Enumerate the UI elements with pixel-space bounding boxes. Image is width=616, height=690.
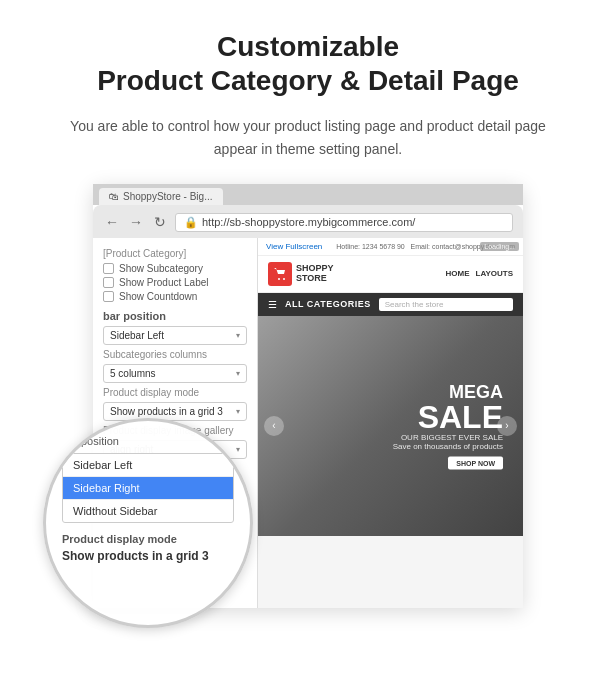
store-preview: View Fullscreen Hotline: 1234 5678 90 Em… (258, 238, 523, 608)
show-product-label-label: Show Product Label (119, 277, 209, 288)
categories-label[interactable]: ALL CATEGORIES (285, 299, 371, 309)
browser-mockup: 🛍 ShoppyStore - Big... ← → ↻ 🔒 http://sb… (93, 184, 523, 608)
circle-option-sidebar-left[interactable]: Sidebar Left (63, 454, 233, 477)
browser-tab-bar: 🛍 ShoppyStore - Big... (93, 184, 523, 205)
product-display-mode-dropdown[interactable]: Show products in a grid 3 ▾ (103, 402, 247, 421)
show-countdown-checkbox[interactable] (103, 291, 114, 302)
zoom-circle-overlay: bar position Sidebar Left Sidebar Right … (43, 418, 253, 628)
title-section: Customizable Product Category & Detail P… (40, 30, 576, 97)
search-placeholder: Search the store (385, 300, 444, 309)
nav-layouts[interactable]: LAYOUTS (476, 269, 514, 278)
subcategories-columns-dropdown[interactable]: 5 columns ▾ (103, 364, 247, 383)
sidebar-position-dropdown[interactable]: Sidebar Left ▾ (103, 326, 247, 345)
subcategories-columns-label: Subcategories columns (103, 349, 247, 360)
circle-option-sidebar-right[interactable]: Sidebar Right (63, 477, 233, 500)
show-product-label-row: Show Product Label (103, 277, 247, 288)
svg-point-1 (283, 278, 285, 280)
show-countdown-label: Show Countdown (119, 291, 197, 302)
cart-icon (273, 267, 287, 281)
show-subcategory-label: Show Subcategory (119, 263, 203, 274)
store-logo: SHOPPY STORE (268, 262, 334, 286)
hero-tagline: OUR BIGGEST EVER SALE (393, 432, 503, 441)
tab-label: ShoppyStore - Big... (123, 191, 213, 202)
tab-favicon: 🛍 (109, 191, 119, 202)
hero-overlay: MEGA SALE OUR BIGGEST EVER SALE Save on … (393, 382, 503, 469)
hotline-value: 1234 5678 90 (362, 243, 405, 250)
dropdown-arrow-icon-4: ▾ (236, 445, 240, 454)
subtitle-text: You are able to control how your product… (40, 115, 576, 160)
store-top-bar: View Fullscreen Hotline: 1234 5678 90 Em… (258, 238, 523, 256)
product-display-mode-value: Show products in a grid 3 (110, 406, 223, 417)
show-subcategory-row: Show Subcategory (103, 263, 247, 274)
menu-icon: ☰ (268, 299, 277, 310)
browser-content: [Product Category] Show Subcategory Show… (93, 238, 523, 608)
subcategories-columns-value: 5 columns (110, 368, 156, 379)
store-navigation: HOME LAYOUTS (446, 269, 514, 278)
hotline-label: Hotline: (336, 243, 362, 250)
hero-cta-button[interactable]: SHOP NOW (448, 456, 503, 469)
dropdown-arrow-icon-2: ▾ (236, 369, 240, 378)
dropdown-arrow-icon-3: ▾ (236, 407, 240, 416)
email-label: Email: (411, 243, 432, 250)
url-bar[interactable]: 🔒 http://sb-shoppystore.mybigcommerce.co… (175, 213, 513, 232)
circle-display-mode-label: Product display mode (62, 533, 234, 545)
dropdown-arrow-icon: ▾ (236, 331, 240, 340)
circle-bar-position-label: bar position (62, 435, 234, 447)
logo-icon (268, 262, 292, 286)
sidebar-position-value: Sidebar Left (110, 330, 164, 341)
nav-reload-button[interactable]: ↻ (151, 214, 169, 230)
product-category-breadcrumb: [Product Category] (103, 248, 247, 259)
store-search-input[interactable]: Search the store (379, 298, 513, 311)
categories-bar: ☰ ALL CATEGORIES Search the store (258, 293, 523, 316)
lock-icon: 🔒 (184, 216, 198, 229)
product-display-mode-label: Product display mode (103, 387, 247, 398)
logo-text: SHOPPY STORE (296, 264, 334, 284)
view-fullscreen-link[interactable]: View Fullscreen (266, 242, 322, 251)
url-text: http://sb-shoppystore.mybigcommerce.com/ (202, 216, 415, 228)
hero-sale-text: SALE (393, 400, 503, 432)
page-wrapper: Customizable Product Category & Detail P… (0, 0, 616, 628)
show-product-label-checkbox[interactable] (103, 277, 114, 288)
page-title: Customizable Product Category & Detail P… (40, 30, 576, 97)
nav-forward-button[interactable]: → (127, 214, 145, 230)
hero-banner: ‹ MEGA SALE OUR BIGGEST EVER SALE Save o… (258, 316, 523, 536)
store-header: SHOPPY STORE HOME LAYOUTS (258, 256, 523, 293)
svg-point-0 (278, 278, 280, 280)
show-countdown-row: Show Countdown (103, 291, 247, 302)
browser-bar: ← → ↻ 🔒 http://sb-shoppystore.mybigcomme… (103, 213, 513, 232)
circle-display-mode-value: Show products in a grid 3 (62, 549, 234, 563)
browser-chrome: ← → ↻ 🔒 http://sb-shoppystore.mybigcomme… (93, 205, 523, 238)
hero-image: ‹ MEGA SALE OUR BIGGEST EVER SALE Save o… (258, 316, 523, 536)
circle-dropdown-list: Sidebar Left Sidebar Right Widthout Side… (62, 453, 234, 523)
nav-back-button[interactable]: ← (103, 214, 121, 230)
hero-next-button[interactable]: › (497, 416, 517, 436)
hero-sub: Save on thousands of products (393, 441, 503, 450)
sidebar-position-title: bar position (103, 310, 247, 322)
show-subcategory-checkbox[interactable] (103, 263, 114, 274)
browser-tab[interactable]: 🛍 ShoppyStore - Big... (99, 188, 223, 205)
nav-home[interactable]: HOME (446, 269, 470, 278)
circle-option-without-sidebar[interactable]: Widthout Sidebar (63, 500, 233, 522)
loading-badge: Loading... (480, 242, 519, 251)
hero-prev-button[interactable]: ‹ (264, 416, 284, 436)
